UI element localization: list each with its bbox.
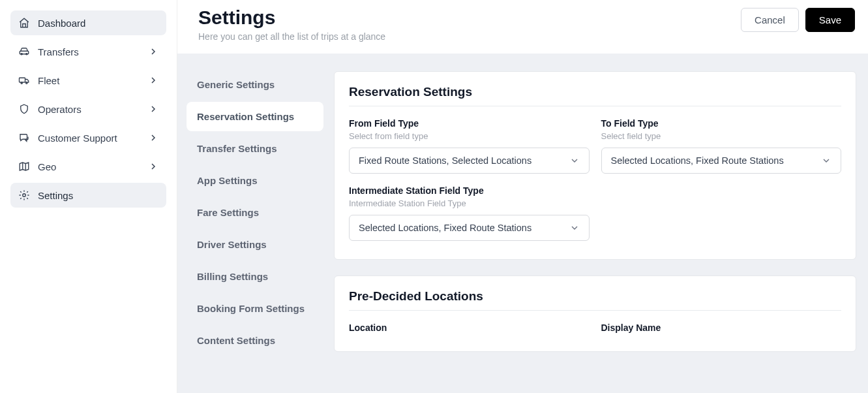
chevron-right-icon: [148, 161, 158, 172]
field-help: Select field type: [601, 131, 842, 141]
truck-icon: [18, 74, 30, 86]
field-label: Intermediate Station Field Type: [349, 185, 590, 196]
shield-icon: [18, 103, 30, 115]
header-titles: Settings Here you can get all the list o…: [198, 7, 385, 42]
subnav-app-settings[interactable]: App Settings: [187, 166, 323, 195]
subnav-transfer-settings[interactable]: Transfer Settings: [187, 134, 323, 163]
sidebar-item-label: Dashboard: [38, 18, 85, 29]
field-help: Intermediate Station Field Type: [349, 198, 590, 208]
to-field-select[interactable]: Selected Locations, Fixed Route Stations: [601, 148, 842, 174]
subnav-content-settings[interactable]: Content Settings: [187, 326, 323, 355]
save-button[interactable]: Save: [805, 8, 855, 32]
subnav-generic-settings[interactable]: Generic Settings: [187, 70, 323, 99]
subnav-driver-settings[interactable]: Driver Settings: [187, 230, 323, 259]
header-actions: Cancel Save: [741, 7, 855, 32]
content-wrap: Generic Settings Reservation Settings Tr…: [177, 54, 868, 393]
sidebar-item-label: Settings: [38, 190, 73, 201]
sidebar-item-label: Operators: [38, 104, 82, 115]
card-title: Reservation Settings: [349, 85, 841, 106]
sidebar-item-transfers[interactable]: Transfers: [10, 39, 166, 64]
gear-icon: [18, 189, 30, 201]
chevron-right-icon: [148, 104, 158, 114]
header: Settings Here you can get all the list o…: [177, 0, 868, 54]
sidebar: Dashboard Transfers Fleet Operators C: [0, 0, 177, 393]
chevron-down-icon: [569, 155, 580, 166]
from-field: From Field Type Select from field type F…: [349, 118, 590, 174]
select-value: Selected Locations, Fixed Route Stations: [611, 155, 784, 166]
to-field: To Field Type Select field type Selected…: [601, 118, 842, 174]
settings-subnav: Generic Settings Reservation Settings Tr…: [177, 54, 334, 393]
select-value: Fixed Route Stations, Selected Locations: [359, 155, 531, 166]
chevron-down-icon: [569, 223, 580, 233]
page-subtitle: Here you can get all the list of trips a…: [198, 31, 385, 42]
subnav-billing-settings[interactable]: Billing Settings: [187, 262, 323, 291]
select-value: Selected Locations, Fixed Route Stations: [359, 223, 531, 233]
car-icon: [18, 46, 30, 57]
sidebar-item-fleet[interactable]: Fleet: [10, 68, 166, 93]
locations-header-row: Location Display Name: [349, 322, 841, 333]
field-help: Select from field type: [349, 131, 590, 141]
chevron-right-icon: [148, 46, 158, 57]
intermediate-field: Intermediate Station Field Type Intermed…: [349, 185, 590, 241]
cancel-button[interactable]: Cancel: [741, 8, 799, 32]
sidebar-item-dashboard[interactable]: Dashboard: [10, 10, 166, 35]
svg-rect-3: [20, 78, 25, 82]
content-area: Reservation Settings From Field Type Sel…: [334, 54, 868, 393]
svg-point-5: [26, 82, 27, 84]
chevron-right-icon: [148, 75, 158, 86]
sidebar-item-customer-support[interactable]: Customer Support: [10, 125, 166, 150]
subnav-booking-form-settings[interactable]: Booking Form Settings: [187, 294, 323, 323]
fields-row: From Field Type Select from field type F…: [349, 118, 841, 174]
field-label: To Field Type: [601, 118, 842, 129]
sidebar-item-label: Fleet: [38, 75, 59, 86]
main: Settings Here you can get all the list o…: [177, 0, 868, 393]
pre-decided-locations-card: Pre-Decided Locations Location Display N…: [334, 275, 856, 352]
svg-point-6: [23, 194, 26, 197]
card-title: Pre-Decided Locations: [349, 289, 841, 311]
sidebar-item-settings[interactable]: Settings: [10, 183, 166, 208]
from-field-select[interactable]: Fixed Route Stations, Selected Locations: [349, 148, 590, 174]
location-column-header: Location: [349, 322, 590, 333]
sidebar-item-label: Geo: [38, 161, 56, 172]
intermediate-field-select[interactable]: Selected Locations, Fixed Route Stations: [349, 215, 590, 241]
subnav-fare-settings[interactable]: Fare Settings: [187, 198, 323, 227]
reservation-settings-card: Reservation Settings From Field Type Sel…: [334, 71, 856, 260]
sidebar-item-geo[interactable]: Geo: [10, 154, 166, 179]
sidebar-item-operators[interactable]: Operators: [10, 97, 166, 121]
svg-point-4: [21, 82, 22, 84]
page-title: Settings: [198, 7, 385, 29]
sidebar-item-label: Transfers: [38, 46, 79, 57]
subnav-reservation-settings[interactable]: Reservation Settings: [187, 102, 323, 131]
map-icon: [18, 161, 30, 172]
sidebar-item-label: Customer Support: [38, 133, 117, 144]
chevron-right-icon: [148, 133, 158, 143]
chevron-down-icon: [821, 155, 831, 166]
chat-icon: [18, 132, 30, 144]
field-label: From Field Type: [349, 118, 590, 129]
display-name-column-header: Display Name: [601, 322, 842, 333]
home-icon: [18, 17, 30, 29]
